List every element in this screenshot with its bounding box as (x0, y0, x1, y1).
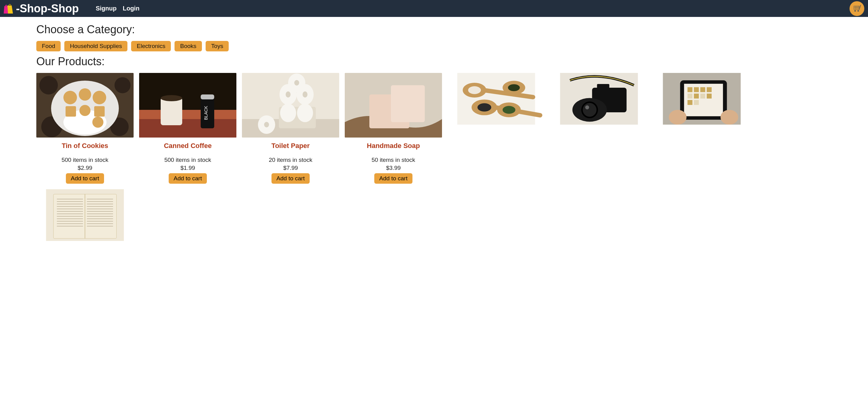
svg-point-9 (855, 10, 856, 11)
brand-text: -Shop-Shop (16, 2, 79, 15)
product-card: Toilet Paper20 items in stock$7.99Add to… (242, 73, 339, 184)
product-image[interactable] (139, 73, 237, 137)
product-image[interactable] (447, 73, 545, 125)
product-card (36, 189, 133, 241)
cart-icon (852, 3, 862, 14)
product-stock: 50 items in stock (345, 157, 442, 163)
product-card (447, 73, 545, 184)
product-price: $3.99 (345, 165, 442, 171)
product-card (653, 73, 750, 184)
product-name-link[interactable]: Handmade Soap (367, 142, 420, 150)
product-card: Tin of Cookies500 items in stock$2.99Add… (36, 73, 133, 184)
brand-link[interactable]: -Shop-Shop (2, 2, 79, 15)
category-pill[interactable]: Books (175, 41, 202, 52)
add-to-cart-button[interactable]: Add to cart (374, 173, 412, 184)
product-grid: Tin of Cookies500 items in stock$2.99Add… (36, 73, 832, 241)
main-container: Choose a Category: FoodHousehold Supplie… (0, 17, 868, 250)
category-pill[interactable]: Household Supplies (64, 41, 127, 52)
product-card (550, 73, 648, 184)
shopping-bag-icon (2, 2, 15, 15)
add-to-cart-button[interactable]: Add to cart (66, 173, 104, 184)
svg-rect-2 (854, 6, 859, 9)
product-image[interactable] (653, 73, 750, 125)
product-name-link[interactable]: Canned Coffee (164, 142, 212, 150)
category-pill[interactable]: Toys (206, 41, 229, 52)
add-to-cart-button[interactable]: Add to cart (169, 173, 207, 184)
products-heading: Our Products: (36, 55, 832, 68)
nav-left: -Shop-Shop Signup Login (2, 2, 140, 15)
product-name-link[interactable]: Toilet Paper (272, 142, 310, 150)
product-price: $1.99 (139, 165, 237, 171)
product-stock: 500 items in stock (139, 157, 237, 163)
add-to-cart-button[interactable]: Add to cart (272, 173, 310, 184)
category-heading: Choose a Category: (36, 23, 832, 36)
product-stock: 500 items in stock (36, 157, 133, 163)
product-card: Handmade Soap50 items in stock$3.99Add t… (345, 73, 442, 184)
svg-marker-1 (7, 5, 13, 13)
product-image[interactable] (345, 73, 442, 137)
product-price: $7.99 (242, 165, 339, 171)
product-image[interactable] (36, 189, 133, 241)
product-card: Canned Coffee500 items in stock$1.99Add … (139, 73, 237, 184)
category-pill[interactable]: Electronics (131, 41, 171, 52)
product-name-link[interactable]: Tin of Cookies (62, 142, 108, 150)
product-image[interactable] (36, 73, 133, 137)
product-stock: 20 items in stock (242, 157, 339, 163)
top-nav: -Shop-Shop Signup Login (0, 0, 868, 17)
nav-links: Signup Login (96, 5, 140, 12)
cart-button[interactable] (849, 1, 864, 16)
product-image[interactable] (550, 73, 648, 125)
login-link[interactable]: Login (123, 5, 140, 12)
category-bar: FoodHousehold SuppliesElectronicsBooksTo… (36, 41, 832, 52)
category-pill[interactable]: Food (36, 41, 61, 52)
signup-link[interactable]: Signup (96, 5, 117, 12)
svg-point-10 (858, 10, 859, 11)
product-price: $2.99 (36, 165, 133, 171)
product-image[interactable] (242, 73, 339, 137)
